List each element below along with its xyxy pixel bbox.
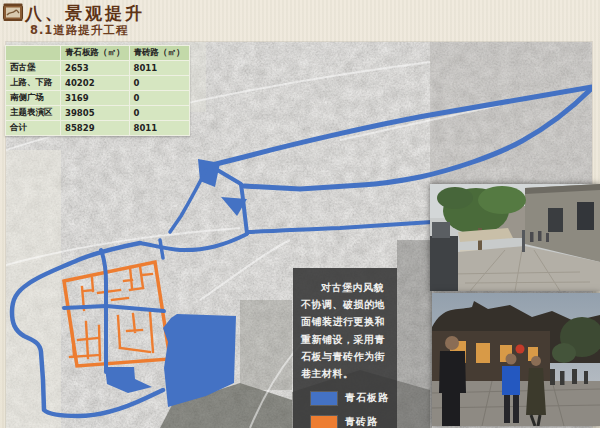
slide-background: 八、景观提升 8.1道路提升工程	[0, 0, 600, 428]
stone-value: 3169	[61, 91, 130, 106]
table-row: 上路、下路 40202 0	[6, 76, 190, 91]
table-row-total: 合计 85829 8011	[6, 121, 190, 136]
row-label: 南侧广场	[6, 91, 61, 106]
scroll-painting-icon	[3, 3, 23, 22]
photo-brick-street-dusk	[432, 293, 600, 426]
stone-value: 40202	[61, 76, 130, 91]
map-legend: 青石板路 青砖路	[311, 391, 397, 428]
legend-label: 青石板路	[345, 391, 389, 405]
photo-stone-street-day	[430, 184, 600, 291]
table-row: 南侧广场 3169 0	[6, 91, 190, 106]
table-row: 主题表演区 39805 0	[6, 106, 190, 121]
table-header-stone: 青石板路（㎡）	[61, 46, 130, 61]
row-label: 上路、下路	[6, 76, 61, 91]
stone-value: 2653	[61, 61, 130, 76]
row-label: 合计	[6, 121, 61, 136]
table-header-blank	[6, 46, 61, 61]
row-label: 西古堡	[6, 61, 61, 76]
note-panel: 对古堡内风貌不协调、破损的地面铺装进行更换和重新铺设，采用青石板与青砖作为街巷主…	[293, 268, 397, 428]
table-header-row: 青石板路（㎡） 青砖路（㎡）	[6, 46, 190, 61]
row-label: 主题表演区	[6, 106, 61, 121]
stone-value: 85829	[61, 121, 130, 136]
stone-value: 39805	[61, 106, 130, 121]
pavement-area-table: 青石板路（㎡） 青砖路（㎡） 西古堡 2653 8011 上路、下路 40202…	[5, 45, 190, 136]
legend-label: 青砖路	[345, 415, 378, 428]
legend-item-stone: 青石板路	[311, 391, 397, 405]
table-header-brick: 青砖路（㎡）	[129, 46, 189, 61]
brick-value: 0	[129, 76, 189, 91]
brick-value: 0	[129, 91, 189, 106]
legend-item-brick: 青砖路	[311, 415, 397, 428]
page-subtitle: 8.1道路提升工程	[30, 23, 128, 38]
table-row: 西古堡 2653 8011	[6, 61, 190, 76]
brick-value: 8011	[129, 61, 189, 76]
brick-value: 0	[129, 106, 189, 121]
brick-value: 8011	[129, 121, 189, 136]
stone-road-swatch	[311, 392, 337, 405]
page-title: 八、景观提升	[25, 2, 145, 25]
note-text: 对古堡内风貌不协调、破损的地面铺装进行更换和重新铺设，采用青石板与青砖作为街巷主…	[301, 279, 389, 382]
brick-road-swatch	[311, 416, 337, 428]
